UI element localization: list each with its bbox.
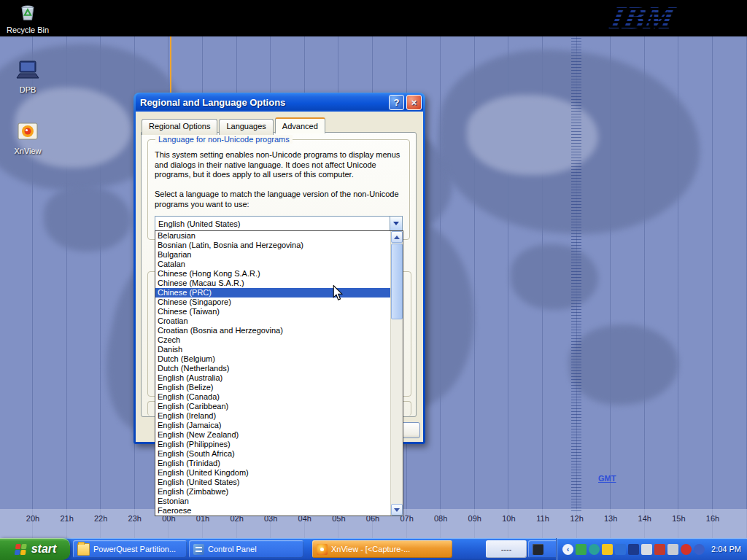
hour-label: 14h — [632, 514, 657, 523]
language-option[interactable]: Chinese (Taiwan) — [155, 307, 390, 316]
help-button[interactable]: ? — [389, 95, 404, 110]
language-option[interactable]: Dutch (Belgium) — [155, 354, 390, 364]
scroll-down-button[interactable] — [391, 504, 403, 516]
dialog-titlebar[interactable]: Regional and Language Options ? × — [136, 93, 423, 112]
tray-icon-5[interactable] — [628, 544, 639, 555]
language-option[interactable]: Chinese (Macau S.A.R.) — [155, 279, 390, 288]
wallpaper-continent — [565, 320, 681, 410]
hour-label: 13h — [598, 514, 623, 523]
tray-icon-4[interactable] — [615, 544, 626, 555]
language-option[interactable]: English (United States) — [155, 478, 390, 487]
xnview-logo-icon — [16, 120, 39, 143]
language-option[interactable]: Bosnian (Latin, Bosnia and Herzegovina) — [155, 241, 390, 250]
control-panel-icon — [193, 544, 204, 555]
language-option[interactable]: Croatian (Bosnia and Herzegovina) — [155, 326, 390, 335]
language-option[interactable]: English (Ireland) — [155, 411, 390, 421]
language-option[interactable]: English (Philippines) — [155, 440, 390, 449]
hour-label: 21h — [55, 514, 80, 523]
language-option[interactable]: Chinese (Hong Kong S.A.R.) — [155, 269, 390, 279]
desktop-icon-dpb[interactable]: DPB — [6, 60, 50, 94]
taskbar-button-powerquest[interactable]: PowerQuest Partition... — [73, 540, 187, 558]
chevron-down-icon — [394, 508, 400, 512]
language-option[interactable]: English (Belize) — [155, 383, 390, 392]
dropdown-scrollbar[interactable] — [390, 231, 403, 516]
taskbar-button-xnview[interactable]: XnView - [<Capture-... — [312, 540, 452, 558]
language-select[interactable]: English (United States) — [155, 216, 403, 231]
language-option[interactable]: English (Caribbean) — [155, 402, 390, 411]
hour-label: 11h — [530, 514, 555, 523]
system-tray: ‹ 2:04 PM — [556, 538, 747, 560]
taskbar-button-dashes[interactable]: ---- — [486, 540, 527, 558]
tray-icon-9[interactable] — [681, 544, 692, 555]
language-option[interactable]: Faeroese — [155, 506, 390, 516]
tray-icon-3[interactable] — [602, 544, 613, 555]
start-button[interactable]: start — [0, 538, 70, 560]
language-list: BelarusianBosnian (Latin, Bosnia and Her… — [155, 231, 390, 516]
language-dropdown-list: BelarusianBosnian (Latin, Bosnia and Her… — [155, 230, 403, 516]
desktop-icon-xnview[interactable]: XnView — [6, 120, 50, 155]
hour-label: 12h — [565, 514, 589, 523]
task-button-label: Control Panel — [208, 545, 257, 553]
language-option[interactable]: Chinese (Singapore) — [155, 298, 390, 307]
taskbar-button-control-panel[interactable]: Control Panel — [189, 540, 303, 558]
hour-label: 16h — [700, 514, 725, 523]
language-option[interactable]: English (South Africa) — [155, 449, 390, 459]
ibm-logo: IBM — [608, 1, 681, 35]
language-option[interactable]: English (Australia) — [155, 373, 390, 383]
hour-label: 15h — [666, 514, 691, 523]
folder-icon — [77, 543, 90, 556]
groupbox-title: Language for non-Unicode programs — [155, 135, 293, 144]
groupbox-description: This system setting enables non-Unicode … — [155, 150, 406, 180]
close-button[interactable]: × — [406, 95, 422, 110]
language-option[interactable]: Dutch (Netherlands) — [155, 364, 390, 373]
tray-icon-6[interactable] — [641, 544, 652, 555]
scroll-up-button[interactable] — [391, 231, 403, 243]
language-option[interactable]: Danish — [155, 345, 390, 354]
language-option[interactable]: Chinese (PRC) — [155, 288, 390, 298]
wallpaper-continent — [511, 244, 598, 310]
start-label: start — [31, 542, 57, 556]
language-option[interactable]: Belarusian — [155, 231, 390, 241]
language-option[interactable]: English (Jamaica) — [155, 421, 390, 430]
hour-label: 20h — [20, 514, 45, 523]
language-option[interactable]: Bulgarian — [155, 250, 390, 260]
language-option[interactable]: Croatian — [155, 316, 390, 326]
tray-icon-8[interactable] — [667, 544, 678, 555]
language-option[interactable]: English (United Kingdom) — [155, 468, 390, 478]
tray-icon-7[interactable] — [654, 544, 665, 555]
desktop-icon-label: XnView — [6, 147, 50, 155]
language-option[interactable]: English (Trinidad) — [155, 459, 390, 468]
dialog-tabs: Regional OptionsLanguagesAdvanced — [142, 117, 327, 133]
tray-icons: ‹ — [562, 544, 705, 555]
language-option[interactable]: Catalan — [155, 260, 390, 269]
language-option[interactable]: English (Zimbabwe) — [155, 487, 390, 497]
wallpaper-continent — [44, 186, 131, 252]
recycle-bin-icon[interactable]: Recycle Bin — [6, 1, 50, 34]
xnview-icon — [317, 544, 328, 555]
windows-logo-icon — [14, 543, 28, 556]
top-black-bar: Recycle Bin IBM — [0, 0, 747, 36]
tab-regional-options[interactable]: Regional Options — [142, 119, 217, 135]
language-option[interactable]: Estonian — [155, 497, 390, 506]
tray-icon-1[interactable] — [576, 544, 587, 555]
tab-advanced[interactable]: Advanced — [275, 117, 325, 133]
scrollbar-thumb[interactable] — [391, 244, 403, 319]
dialog-title: Regional and Language Options — [140, 97, 387, 108]
tray-collapse-button[interactable]: ‹ — [562, 544, 573, 555]
hour-label: 22h — [88, 514, 113, 523]
language-option[interactable]: English (New Zealand) — [155, 430, 390, 440]
combo-dropdown-button[interactable] — [390, 217, 402, 230]
laptop-icon — [15, 60, 41, 82]
hour-label: 08h — [428, 514, 453, 523]
tray-icon-2[interactable] — [589, 544, 600, 555]
mouse-cursor — [333, 285, 343, 304]
recycle-bin-label: Recycle Bin — [6, 26, 50, 34]
language-option[interactable]: Czech — [155, 335, 390, 345]
hour-label: 10h — [496, 514, 521, 523]
tray-icon-10[interactable] — [694, 544, 705, 555]
gmt-label: GMT — [598, 474, 616, 483]
tab-languages[interactable]: Languages — [219, 119, 273, 135]
dark-app-icon — [533, 544, 543, 555]
language-option[interactable]: English (Canada) — [155, 392, 390, 402]
task-button-label: PowerQuest Partition... — [93, 545, 176, 553]
